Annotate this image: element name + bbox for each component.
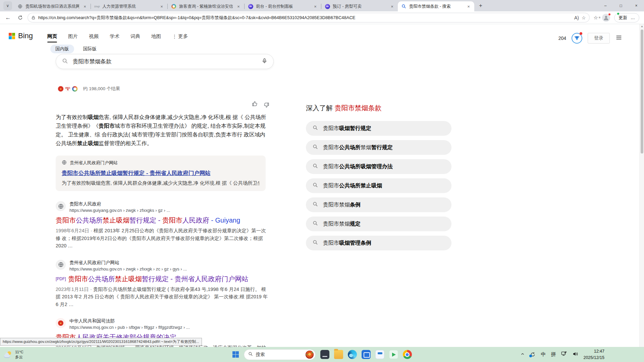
colorful-ring-icon xyxy=(171,4,176,9)
chevron-down-icon: ∨ xyxy=(6,3,9,8)
close-tab-icon[interactable]: × xyxy=(235,3,241,9)
maximize-button[interactable]: □ xyxy=(613,0,629,11)
result-url[interactable]: https://www.moj.gov.cn › pub › sfbgw › f… xyxy=(69,325,190,330)
url-field[interactable]: https://cn.bing.com/search?q=贵阳市禁烟条款&qs=… xyxy=(28,13,590,22)
thumbs-up-icon[interactable] xyxy=(252,101,258,108)
sign-in-button[interactable]: 登录 xyxy=(588,33,610,44)
scrollbar-thumb[interactable] xyxy=(641,29,643,154)
source-link[interactable]: 贵阳市公共场所禁止吸烟暂行规定 - 贵州省人民政府门户网站 xyxy=(62,170,260,177)
hamburger-menu-icon[interactable] xyxy=(615,34,623,43)
close-tab-icon[interactable]: × xyxy=(466,3,472,9)
favorites-bar-icon[interactable]: ☆ ≡ xyxy=(594,15,598,21)
nav-dictionary[interactable]: 词典 xyxy=(130,33,140,43)
rewards-count: 204 xyxy=(558,36,566,41)
related-search-pill[interactable]: 贵阳市吸烟管理条例 xyxy=(306,236,451,250)
app-icon-light-blue[interactable] xyxy=(375,350,384,359)
speaker-icon[interactable] xyxy=(572,351,578,358)
sync-status-icon[interactable] xyxy=(530,352,536,357)
close-window-button[interactable]: × xyxy=(629,0,644,11)
close-tab-icon[interactable]: × xyxy=(312,3,318,9)
tab-hotel-portal[interactable]: 贵阳机场智选假日酒店系统网址导 × xyxy=(14,1,91,11)
search-highlight-image[interactable] xyxy=(306,351,314,359)
result-site: 中华人民共和国司法部 xyxy=(69,318,190,324)
search-icon xyxy=(313,144,318,151)
region-domestic[interactable]: 国内版 xyxy=(50,45,74,53)
colorful-site-icon xyxy=(72,86,78,92)
featured-snippet: 为了有效控制吸烟危害, 保障人民群众身体健康,减少火灾隐患,净 化环境,根 据《… xyxy=(56,113,269,148)
url-text[interactable]: https://cn.bing.com/search?q=贵阳市禁烟条款&qs=… xyxy=(38,15,572,21)
search-icon xyxy=(313,240,318,246)
nav-maps[interactable]: 地图 xyxy=(151,33,161,43)
search-query[interactable]: 贵阳市禁烟条款 xyxy=(73,58,257,65)
search-icon xyxy=(62,58,68,65)
related-search-pill[interactable]: 贵阳市公共场所禁止吸烟 xyxy=(306,178,451,193)
display-pen-icon[interactable] xyxy=(561,351,567,358)
result-title[interactable]: [PDF]贵阳市公共场所禁止吸烟暂行规定 - 贵州省人民政府门户网站 xyxy=(56,275,273,283)
tab-hr-system[interactable]: Shiji 人力资源管理系统 × xyxy=(91,1,167,11)
new-tab-button[interactable]: + xyxy=(476,1,485,10)
nav-web[interactable]: 网页 xyxy=(47,33,57,43)
address-bar: ← https://cn.bing.com/search?q=贵阳市禁烟条款&q… xyxy=(0,11,644,24)
tray-date: 2025/12/15 xyxy=(583,355,604,361)
tab-actions-button[interactable]: ∨ xyxy=(3,1,12,10)
tray-chevron-up-icon[interactable] xyxy=(520,352,525,358)
close-tab-icon[interactable]: × xyxy=(159,3,165,9)
related-query: 贵阳市禁烟条款 xyxy=(335,104,382,112)
microphone-icon[interactable] xyxy=(262,58,267,65)
nav-academic[interactable]: 学术 xyxy=(110,33,119,43)
bing-logo[interactable]: Bing xyxy=(9,32,33,40)
window-controls: – □ × xyxy=(598,0,644,11)
close-tab-icon[interactable]: × xyxy=(82,3,88,9)
result-title[interactable]: 贵阳市公共场所禁止吸烟暂行规定 - 贵阳市人民政府 - Guiyang xyxy=(56,216,273,225)
back-button[interactable]: ← xyxy=(3,13,13,22)
related-search-pill[interactable]: 贵阳市公共场所吸烟管理办法 xyxy=(306,159,451,174)
search-icon xyxy=(313,201,318,208)
globe-icon xyxy=(17,4,23,9)
nav-images[interactable]: 图片 xyxy=(68,33,78,43)
app-icon-blue[interactable] xyxy=(362,350,371,359)
bing-search-page: Bing 网页 图片 视频 学术 词典 地图 ⋮ 更多 国内版 国际版 204 … xyxy=(0,24,644,347)
read-aloud-icon[interactable]: A) xyxy=(574,15,579,20)
file-explorer-icon[interactable] xyxy=(334,350,343,359)
ime-chinese-indicator[interactable]: 中 xyxy=(541,351,546,358)
minimize-button[interactable]: – xyxy=(598,0,613,11)
rewards-badge-icon[interactable] xyxy=(572,33,582,44)
nav-more[interactable]: ⋮ 更多 xyxy=(172,33,188,43)
app-icon-dark-window[interactable] xyxy=(320,350,329,359)
result-url[interactable]: https://www.guizhou.gov.cn › zwgk › zfxx… xyxy=(69,266,187,272)
start-button[interactable] xyxy=(232,351,239,358)
search-box[interactable]: 贵阳市禁烟条款 xyxy=(56,54,274,69)
tab-title: 旅客查询 - 紫楠旅馆业治安信息管 xyxy=(179,4,233,9)
thumbs-down-icon[interactable] xyxy=(263,101,270,108)
tab-booking[interactable]: 预订 - 房型可卖 × xyxy=(321,1,398,11)
featured-source-card[interactable]: 贵州省人民政府门户网站 贵阳市公共场所禁止吸烟暂行规定 - 贵州省人民政府门户网… xyxy=(56,156,266,191)
tab-guest-query[interactable]: 旅客查询 - 紫楠旅馆业治安信息管 × xyxy=(168,1,244,11)
search-icon xyxy=(248,352,253,358)
tab-title: 贵阳市禁烟条款 - 搜索 xyxy=(409,4,463,9)
related-search-pill[interactable]: 贵阳市吸烟暂行规定 xyxy=(306,121,451,136)
search-icon xyxy=(313,163,318,170)
tab-front-desk[interactable]: 前台 - 前台控制面板 × xyxy=(245,1,321,11)
browser-update-button[interactable]: 更新 … xyxy=(614,13,639,22)
related-search-pill[interactable]: 贵阳市禁烟规定 xyxy=(306,217,451,231)
tab-title: 贵阳机场智选假日酒店系统网址导 xyxy=(25,4,79,9)
related-search-pill[interactable]: 贵阳市公共场所禁烟暂行规定 xyxy=(306,140,451,155)
nav-videos[interactable]: 视频 xyxy=(89,33,99,43)
app-icon-green[interactable] xyxy=(389,350,398,359)
chrome-browser-icon[interactable] xyxy=(403,350,412,359)
edge-browser-icon[interactable] xyxy=(348,350,357,359)
refresh-button[interactable] xyxy=(15,13,25,22)
region-international[interactable]: 国际版 xyxy=(78,45,102,53)
ime-pinyin-indicator[interactable]: 拼 xyxy=(551,351,556,358)
page-scrollbar[interactable]: ▲ xyxy=(639,24,644,347)
clock-widget[interactable]: 12:47 2025/12/15 xyxy=(583,348,604,360)
result-url[interactable]: https://www.guiyang.gov.cn › zwgk › zfxx… xyxy=(69,208,170,213)
profile-avatar[interactable] xyxy=(602,14,610,22)
notification-dot xyxy=(608,13,611,16)
tab-bing-search-active[interactable]: 贵阳市禁烟条款 - 搜索 × xyxy=(398,1,474,11)
more-menu-icon[interactable]: … xyxy=(631,15,635,20)
favorite-star-icon[interactable]: ☆ xyxy=(582,15,586,20)
taskbar-search[interactable]: 搜索 xyxy=(244,349,316,360)
related-search-pill[interactable]: 贵阳市禁烟条例 xyxy=(306,197,451,212)
close-tab-icon[interactable]: × xyxy=(389,3,395,9)
